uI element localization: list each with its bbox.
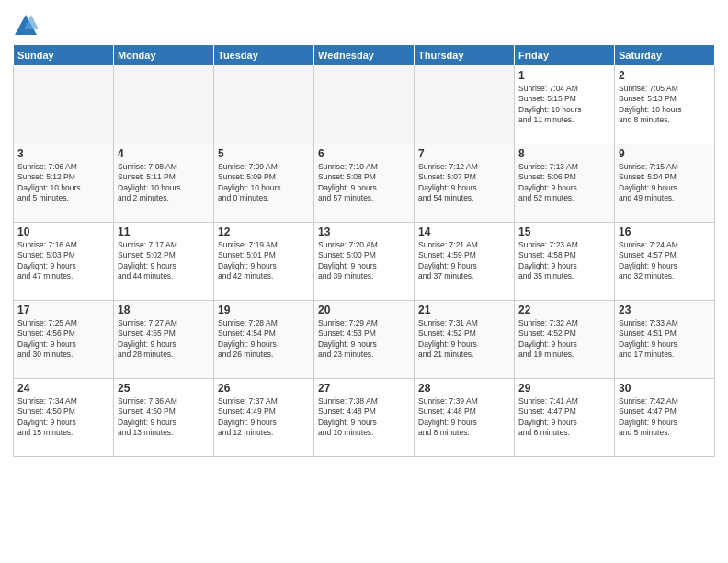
day-number: 11 [118, 225, 210, 238]
calendar-cell: 1Sunrise: 7:04 AM Sunset: 5:15 PM Daylig… [515, 66, 615, 144]
day-number: 16 [619, 225, 711, 238]
calendar-cell [314, 66, 415, 144]
day-number: 18 [118, 304, 210, 316]
calendar-cell: 6Sunrise: 7:10 AM Sunset: 5:08 PM Daylig… [314, 144, 415, 223]
logo [13, 13, 40, 39]
day-info: Sunrise: 7:16 AM Sunset: 5:03 PM Dayligh… [17, 240, 109, 282]
calendar-cell: 13Sunrise: 7:20 AM Sunset: 5:00 PM Dayli… [314, 223, 415, 301]
weekday-header: Tuesday [214, 45, 314, 66]
calendar-week-row: 10Sunrise: 7:16 AM Sunset: 5:03 PM Dayli… [14, 223, 715, 301]
day-info: Sunrise: 7:04 AM Sunset: 5:15 PM Dayligh… [518, 84, 610, 126]
day-info: Sunrise: 7:12 AM Sunset: 5:07 PM Dayligh… [418, 162, 510, 204]
calendar-cell: 26Sunrise: 7:37 AM Sunset: 4:49 PM Dayli… [214, 379, 314, 457]
calendar-week-row: 3Sunrise: 7:06 AM Sunset: 5:12 PM Daylig… [14, 144, 715, 223]
calendar-cell: 30Sunrise: 7:42 AM Sunset: 4:47 PM Dayli… [615, 379, 715, 457]
calendar-cell: 24Sunrise: 7:34 AM Sunset: 4:50 PM Dayli… [14, 379, 114, 457]
day-info: Sunrise: 7:23 AM Sunset: 4:58 PM Dayligh… [518, 240, 610, 282]
day-info: Sunrise: 7:34 AM Sunset: 4:50 PM Dayligh… [17, 396, 109, 439]
day-number: 6 [318, 147, 410, 160]
day-number: 5 [218, 147, 310, 160]
day-number: 9 [619, 147, 711, 160]
day-info: Sunrise: 7:36 AM Sunset: 4:50 PM Dayligh… [118, 396, 210, 439]
calendar-cell: 12Sunrise: 7:19 AM Sunset: 5:01 PM Dayli… [214, 223, 314, 301]
weekday-header: Friday [515, 45, 615, 66]
day-number: 2 [619, 69, 711, 82]
day-number: 15 [518, 225, 610, 238]
day-info: Sunrise: 7:39 AM Sunset: 4:48 PM Dayligh… [418, 396, 510, 439]
day-info: Sunrise: 7:10 AM Sunset: 5:08 PM Dayligh… [318, 162, 410, 204]
calendar-cell: 7Sunrise: 7:12 AM Sunset: 5:07 PM Daylig… [415, 144, 515, 223]
weekday-header: Sunday [14, 45, 114, 66]
weekday-header: Wednesday [314, 45, 415, 66]
calendar-header-row: SundayMondayTuesdayWednesdayThursdayFrid… [14, 45, 715, 66]
day-number: 7 [418, 147, 510, 160]
logo-icon [13, 13, 39, 39]
day-number: 23 [619, 304, 711, 316]
header [13, 9, 715, 39]
day-info: Sunrise: 7:15 AM Sunset: 5:04 PM Dayligh… [619, 162, 711, 204]
calendar-cell: 10Sunrise: 7:16 AM Sunset: 5:03 PM Dayli… [14, 223, 114, 301]
day-info: Sunrise: 7:13 AM Sunset: 5:06 PM Dayligh… [518, 162, 610, 204]
day-info: Sunrise: 7:28 AM Sunset: 4:54 PM Dayligh… [218, 318, 310, 361]
weekday-header: Monday [114, 45, 214, 66]
day-number: 13 [318, 225, 410, 238]
day-number: 24 [17, 382, 109, 395]
calendar-week-row: 17Sunrise: 7:25 AM Sunset: 4:56 PM Dayli… [14, 301, 715, 379]
day-info: Sunrise: 7:31 AM Sunset: 4:52 PM Dayligh… [418, 318, 510, 361]
day-number: 26 [218, 382, 310, 395]
day-info: Sunrise: 7:25 AM Sunset: 4:56 PM Dayligh… [17, 318, 109, 361]
calendar-cell: 2Sunrise: 7:05 AM Sunset: 5:13 PM Daylig… [615, 66, 715, 144]
calendar-cell: 5Sunrise: 7:09 AM Sunset: 5:09 PM Daylig… [214, 144, 314, 223]
day-info: Sunrise: 7:32 AM Sunset: 4:52 PM Dayligh… [518, 318, 610, 361]
day-info: Sunrise: 7:37 AM Sunset: 4:49 PM Dayligh… [218, 396, 310, 439]
calendar-week-row: 24Sunrise: 7:34 AM Sunset: 4:50 PM Dayli… [14, 379, 715, 457]
calendar: SundayMondayTuesdayWednesdayThursdayFrid… [13, 44, 715, 457]
day-number: 20 [318, 304, 410, 316]
day-info: Sunrise: 7:24 AM Sunset: 4:57 PM Dayligh… [619, 240, 711, 282]
day-info: Sunrise: 7:33 AM Sunset: 4:51 PM Dayligh… [619, 318, 711, 361]
weekday-header: Saturday [615, 45, 715, 66]
calendar-cell: 16Sunrise: 7:24 AM Sunset: 4:57 PM Dayli… [615, 223, 715, 301]
calendar-cell: 20Sunrise: 7:29 AM Sunset: 4:53 PM Dayli… [314, 301, 415, 379]
day-info: Sunrise: 7:38 AM Sunset: 4:48 PM Dayligh… [318, 396, 410, 439]
calendar-cell [415, 66, 515, 144]
day-info: Sunrise: 7:05 AM Sunset: 5:13 PM Dayligh… [619, 84, 711, 126]
calendar-cell: 4Sunrise: 7:08 AM Sunset: 5:11 PM Daylig… [114, 144, 214, 223]
calendar-cell: 3Sunrise: 7:06 AM Sunset: 5:12 PM Daylig… [14, 144, 114, 223]
day-number: 12 [218, 225, 310, 238]
calendar-cell: 19Sunrise: 7:28 AM Sunset: 4:54 PM Dayli… [214, 301, 314, 379]
day-number: 28 [418, 382, 510, 395]
page: SundayMondayTuesdayWednesdayThursdayFrid… [0, 0, 728, 563]
calendar-cell: 14Sunrise: 7:21 AM Sunset: 4:59 PM Dayli… [415, 223, 515, 301]
day-number: 21 [418, 304, 510, 316]
calendar-cell [114, 66, 214, 144]
day-number: 29 [518, 382, 610, 395]
day-info: Sunrise: 7:09 AM Sunset: 5:09 PM Dayligh… [218, 162, 310, 204]
calendar-cell: 17Sunrise: 7:25 AM Sunset: 4:56 PM Dayli… [14, 301, 114, 379]
calendar-cell: 11Sunrise: 7:17 AM Sunset: 5:02 PM Dayli… [114, 223, 214, 301]
calendar-cell: 22Sunrise: 7:32 AM Sunset: 4:52 PM Dayli… [515, 301, 615, 379]
calendar-cell: 28Sunrise: 7:39 AM Sunset: 4:48 PM Dayli… [415, 379, 515, 457]
day-info: Sunrise: 7:41 AM Sunset: 4:47 PM Dayligh… [518, 396, 610, 439]
calendar-cell [14, 66, 114, 144]
day-info: Sunrise: 7:20 AM Sunset: 5:00 PM Dayligh… [318, 240, 410, 282]
weekday-header: Thursday [415, 45, 515, 66]
day-number: 1 [518, 69, 610, 82]
calendar-cell: 27Sunrise: 7:38 AM Sunset: 4:48 PM Dayli… [314, 379, 415, 457]
day-info: Sunrise: 7:29 AM Sunset: 4:53 PM Dayligh… [318, 318, 410, 361]
calendar-cell: 15Sunrise: 7:23 AM Sunset: 4:58 PM Dayli… [515, 223, 615, 301]
calendar-cell: 29Sunrise: 7:41 AM Sunset: 4:47 PM Dayli… [515, 379, 615, 457]
calendar-week-row: 1Sunrise: 7:04 AM Sunset: 5:15 PM Daylig… [14, 66, 715, 144]
day-info: Sunrise: 7:42 AM Sunset: 4:47 PM Dayligh… [619, 396, 711, 439]
calendar-cell [214, 66, 314, 144]
day-info: Sunrise: 7:17 AM Sunset: 5:02 PM Dayligh… [118, 240, 210, 282]
calendar-cell: 21Sunrise: 7:31 AM Sunset: 4:52 PM Dayli… [415, 301, 515, 379]
day-info: Sunrise: 7:08 AM Sunset: 5:11 PM Dayligh… [118, 162, 210, 204]
day-info: Sunrise: 7:19 AM Sunset: 5:01 PM Dayligh… [218, 240, 310, 282]
day-info: Sunrise: 7:27 AM Sunset: 4:55 PM Dayligh… [118, 318, 210, 361]
day-number: 10 [17, 225, 109, 238]
calendar-cell: 8Sunrise: 7:13 AM Sunset: 5:06 PM Daylig… [515, 144, 615, 223]
day-number: 19 [218, 304, 310, 316]
calendar-cell: 18Sunrise: 7:27 AM Sunset: 4:55 PM Dayli… [114, 301, 214, 379]
day-info: Sunrise: 7:06 AM Sunset: 5:12 PM Dayligh… [17, 162, 109, 204]
